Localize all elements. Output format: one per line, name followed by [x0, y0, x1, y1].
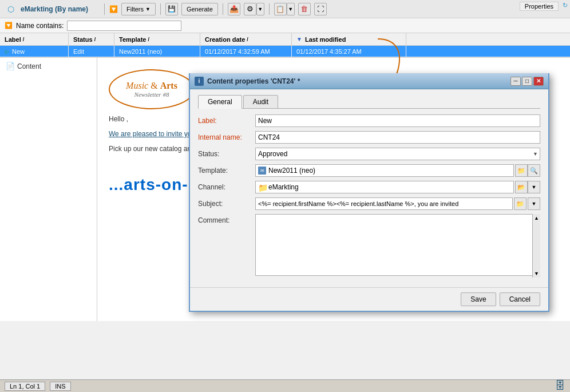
share-icon-btn[interactable]: 📋	[274, 3, 287, 15]
channel-browse-btn[interactable]: 📂	[515, 181, 528, 193]
position-indicator: Ln 1, Col 1	[5, 382, 45, 391]
separator-1	[104, 3, 105, 15]
modal-titlebar: i Content properties 'CNT24' * ─ □ ✕	[190, 73, 548, 89]
app-title: eMarkting (By name)	[21, 5, 88, 13]
db-icon: 🗄	[555, 380, 565, 392]
status-bar: Ln 1, Col 1 INS 🗄	[0, 379, 570, 392]
filters-dropdown-icon: ▼	[145, 6, 151, 12]
name-contains-label: Name contains:	[16, 22, 64, 30]
share-dropdown-btn[interactable]: ▼	[287, 3, 295, 15]
minimize-button[interactable]: ─	[510, 77, 521, 86]
modal-title: Content properties 'CNT24' *	[207, 77, 300, 85]
label-input[interactable]	[255, 114, 540, 127]
channel-dropdown-btn[interactable]: ▼	[528, 181, 540, 193]
template-icon: ✉	[258, 167, 266, 175]
export-icon-btn[interactable]: 📤	[228, 3, 240, 15]
modal-dialog: i Content properties 'CNT24' * ─ □ ✕ Gen…	[189, 73, 549, 312]
internal-name-label: Internal name:	[198, 133, 255, 141]
internal-name-input[interactable]	[255, 131, 540, 144]
subject-wrapper: 📁 ▼	[255, 197, 540, 210]
subject-input[interactable]	[255, 197, 513, 210]
form-row-label: Label:	[198, 114, 540, 127]
template-label: Template:	[198, 167, 255, 175]
form-row-comment: Comment: ▲ ▼	[198, 214, 540, 278]
logo-text: Music & Arts	[126, 81, 177, 91]
col-status: Status /	[69, 33, 114, 45]
comment-label: Comment:	[198, 214, 255, 224]
mode-indicator: INS	[50, 382, 70, 391]
comment-textarea[interactable]	[255, 214, 540, 276]
modal-footer: Save Cancel	[190, 287, 548, 311]
table-area: Label / Status / Template / Creation dat…	[0, 33, 570, 58]
modal-tabs: General Audit	[198, 95, 540, 109]
delete-icon-btn[interactable]: 🗑	[298, 3, 311, 15]
modal-app-icon: i	[195, 77, 204, 86]
name-contains-input[interactable]	[67, 21, 181, 31]
cell-status: Edit	[69, 46, 114, 57]
tab-general[interactable]: General	[198, 95, 242, 109]
sidebar-item-content[interactable]: 📄 Content	[2, 60, 94, 72]
channel-label: Channel:	[198, 183, 255, 191]
modal-titlebar-left: i Content properties 'CNT24' *	[195, 77, 300, 86]
channel-icon: 📁	[258, 183, 266, 191]
cancel-button[interactable]: Cancel	[500, 292, 540, 306]
cell-label: ▶ New	[0, 46, 69, 57]
app-icon: ⬡	[5, 3, 17, 15]
cell-last-modified: 01/12/2017 4:35:27 AM	[292, 46, 406, 57]
filters-button[interactable]: Filters ▼	[121, 3, 156, 15]
cell-template: New2011 (neo)	[114, 46, 200, 57]
settings-icon-btn[interactable]: ⚙	[244, 3, 256, 15]
generate-button[interactable]: Generate	[181, 3, 218, 15]
sort-down-icon: ▼	[296, 36, 302, 42]
template-browse-btn[interactable]: 📁	[515, 164, 528, 177]
channel-field: 📁 eMarkting	[255, 181, 514, 193]
tab-audit[interactable]: Audit	[243, 95, 278, 108]
form-row-channel: Channel: 📁 eMarkting 📂 ▼	[198, 181, 540, 193]
status-label: Status:	[198, 150, 255, 158]
separator-2	[160, 3, 161, 15]
scroll-up-arrow[interactable]: ▲	[534, 215, 539, 221]
comment-area-wrapper: ▲ ▼	[255, 214, 540, 278]
form-row-template: Template: ✉ New2011 (neo) 📁 🔍	[198, 164, 540, 177]
save-button[interactable]: Save	[461, 292, 496, 306]
properties-label[interactable]: Properties	[520, 2, 559, 11]
row-icon: ▶	[5, 47, 10, 56]
table-header: Label / Status / Template / Creation dat…	[0, 33, 570, 46]
form-row-status: Status: ApprovedDraftPublished	[198, 148, 540, 160]
refresh-icon[interactable]: ↻	[563, 2, 568, 9]
save-icon-btn[interactable]: 💾	[165, 3, 178, 15]
subject-label: Subject:	[198, 200, 255, 208]
expand-icon-btn[interactable]: ⛶	[314, 3, 327, 15]
filter-icon: 🔽	[109, 5, 118, 13]
close-button[interactable]: ✕	[533, 77, 544, 86]
subject-btn[interactable]: 📁	[514, 197, 527, 210]
col-sort-icon: /	[23, 37, 25, 42]
separator-4	[269, 3, 270, 15]
form-row-subject: Subject: 📁 ▼	[198, 197, 540, 210]
separator-3	[223, 3, 223, 15]
restore-button[interactable]: □	[522, 77, 532, 86]
toolbar-group-2: 📋 ▼	[274, 3, 295, 15]
filter-bar: 🔽 Name contains:	[0, 18, 570, 33]
logo-circle: Music & Arts Newsletter #8	[109, 69, 195, 109]
modal-controls: ─ □ ✕	[510, 77, 544, 86]
table-row[interactable]: ▶ New Edit New2011 (neo) 01/12/2017 4:32…	[0, 46, 570, 57]
status-select-wrapper: ApprovedDraftPublished	[255, 148, 540, 160]
label-field-label: Label:	[198, 117, 255, 125]
toolbar-group-1: ⚙ ▼	[244, 3, 264, 15]
scrollbar[interactable]: ▲ ▼	[532, 214, 540, 278]
template-field: ✉ New2011 (neo)	[255, 164, 514, 177]
newsletter-text: Newsletter #8	[134, 91, 169, 98]
status-select[interactable]: ApprovedDraftPublished	[255, 148, 540, 160]
app-window: ⬡ eMarkting (By name) 🔽 Filters ▼ 💾 Gene…	[0, 0, 570, 392]
template-search-btn[interactable]: 🔍	[528, 164, 540, 177]
subject-dropdown-btn[interactable]: ▼	[528, 197, 540, 210]
modal-body: General Audit Label: Internal name: Stat…	[190, 89, 548, 287]
left-sidebar: 📄 Content	[0, 58, 97, 321]
settings-dropdown-btn[interactable]: ▼	[256, 3, 264, 15]
form-row-internal-name: Internal name:	[198, 131, 540, 144]
col-label: Label /	[0, 33, 69, 45]
scroll-down-arrow[interactable]: ▼	[534, 271, 539, 276]
cell-creation-date: 01/12/2017 4:32:59 AM	[200, 46, 292, 57]
filter-small-icon: 🔽	[5, 22, 13, 29]
